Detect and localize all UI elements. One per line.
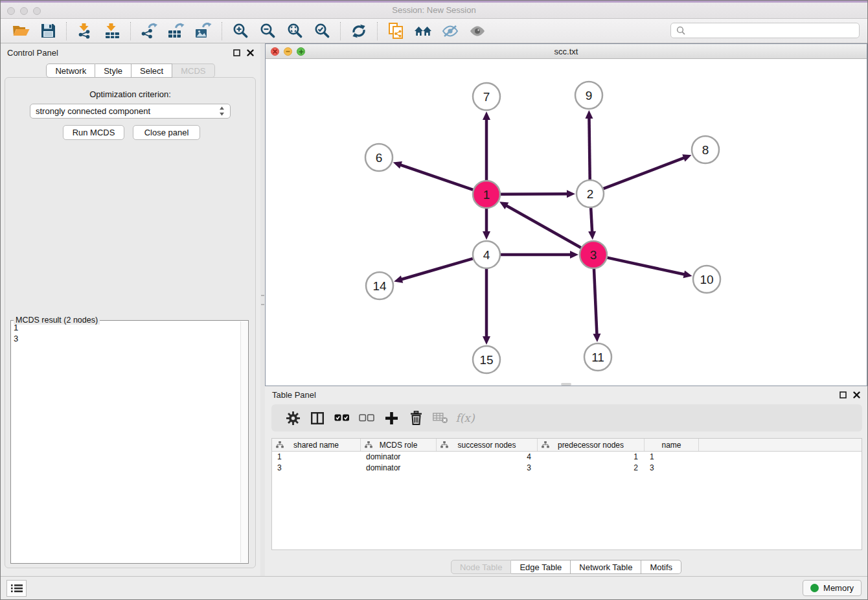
status-bar: Memory	[1, 576, 867, 599]
control-panel: Control Panel NetworkStyleSelectMCDS Opt…	[1, 43, 260, 576]
graph-node-9[interactable]: 9	[575, 82, 602, 109]
graph-node-7[interactable]: 7	[473, 83, 500, 110]
task-history-button[interactable]	[6, 580, 27, 597]
network-resize-grip[interactable]	[561, 383, 571, 386]
toolbar-separator	[377, 22, 378, 40]
graph-node-11[interactable]: 11	[584, 343, 611, 371]
export-network-icon[interactable]	[135, 20, 163, 42]
search-input[interactable]	[670, 23, 860, 38]
save-session-icon[interactable]	[34, 20, 62, 42]
table-toolbar: f(x)	[271, 404, 862, 432]
table-cell: 1	[538, 452, 645, 463]
close-table-panel-icon[interactable]	[853, 391, 860, 398]
panel-splitter[interactable]	[260, 43, 265, 576]
table-cell: 3	[645, 463, 699, 474]
network-canvas[interactable]: 1234678910111415	[266, 59, 867, 386]
column-header-MCDS-role[interactable]: MCDS role	[361, 439, 437, 451]
tab-network-table[interactable]: Network Table	[571, 560, 641, 574]
table-settings-icon[interactable]	[280, 406, 305, 430]
graph-edge-1-2[interactable]	[501, 190, 575, 198]
close-panel-icon[interactable]	[247, 49, 254, 56]
memory-button[interactable]: Memory	[803, 580, 862, 596]
create-column-icon[interactable]	[379, 406, 404, 430]
tab-style[interactable]: Style	[95, 63, 131, 78]
graphics-details-icon	[464, 20, 491, 42]
float-panel-icon[interactable]	[233, 49, 240, 56]
zoom-fit-icon[interactable]	[281, 20, 308, 42]
svg-text:6: 6	[376, 151, 383, 165]
svg-text:2: 2	[587, 187, 594, 201]
table-row[interactable]: 3dominator323	[272, 463, 862, 474]
zoom-out-icon[interactable]	[254, 20, 281, 42]
export-image-icon[interactable]	[190, 20, 217, 42]
column-header-name[interactable]: name	[645, 439, 699, 451]
node-table: shared nameMCDS rolesuccessor nodesprede…	[271, 438, 862, 550]
criterion-select[interactable]: strongly connected component	[30, 104, 231, 119]
result-scrollbar[interactable]	[240, 321, 247, 562]
graph-node-2[interactable]: 2	[577, 180, 604, 207]
toolbar-separator	[222, 22, 222, 40]
mcds-result-list[interactable]: 13	[14, 322, 239, 562]
table-panel: Table Panel f(x) shared nameMCDS rolesuc…	[265, 386, 867, 576]
run-mcds-button[interactable]: Run MCDS	[63, 125, 124, 140]
graph-edge-2-9[interactable]	[585, 110, 593, 179]
show-column-panel-icon[interactable]	[305, 406, 330, 430]
optimization-criterion-label: Optimization criterion:	[5, 89, 255, 99]
network-overview-icon[interactable]	[409, 20, 437, 42]
tab-select[interactable]: Select	[131, 63, 172, 78]
graph-node-3[interactable]: 3	[580, 241, 607, 268]
graph-node-14[interactable]: 14	[366, 272, 393, 299]
graph-node-8[interactable]: 8	[692, 136, 719, 163]
graph-node-10[interactable]: 10	[693, 266, 720, 293]
import-network-icon[interactable]	[71, 20, 98, 42]
graph-edge-3-10[interactable]	[607, 258, 692, 279]
hide-graphics-details-icon[interactable]	[437, 20, 464, 42]
graph-node-15[interactable]: 15	[473, 346, 500, 373]
tab-node-table[interactable]: Node Table	[451, 560, 512, 574]
table-row[interactable]: 1dominator411	[272, 452, 862, 463]
close-panel-button[interactable]: Close panel	[133, 125, 200, 140]
column-header-predecessor-nodes[interactable]: predecessor nodes	[538, 439, 645, 451]
apply-preferred-layout-icon[interactable]	[345, 20, 372, 42]
tab-mcds[interactable]: MCDS	[172, 63, 214, 78]
tab-edge-table[interactable]: Edge Table	[511, 560, 571, 574]
select-all-columns-icon[interactable]	[330, 406, 354, 430]
export-table-icon[interactable]	[163, 20, 190, 42]
svg-text:14: 14	[372, 279, 387, 293]
control-panel-title: Control Panel	[7, 48, 58, 58]
unselect-all-columns-icon[interactable]	[354, 406, 379, 430]
zoom-selected-icon[interactable]	[308, 20, 336, 42]
graph-edge-2-8[interactable]	[604, 154, 692, 189]
tab-motifs[interactable]: Motifs	[641, 560, 681, 574]
delete-columns-icon[interactable]	[404, 406, 428, 430]
graph-edge-4-15[interactable]	[483, 269, 490, 345]
column-header-shared-name[interactable]: shared name	[272, 439, 361, 451]
mcds-result-line: 1	[14, 322, 239, 333]
open-session-icon[interactable]	[7, 20, 34, 42]
graph-node-6[interactable]: 6	[365, 144, 393, 171]
toolbar-separator	[340, 22, 341, 40]
import-table-icon[interactable]	[98, 20, 126, 42]
title-bar: Session: New Session	[1, 1, 867, 19]
graph-node-1[interactable]: 1	[473, 181, 500, 208]
column-header-successor-nodes[interactable]: successor nodes	[437, 439, 538, 451]
graph-edge-1-4[interactable]	[483, 209, 490, 240]
duplicate-network-icon[interactable]	[382, 20, 409, 42]
graph-edge-3-11[interactable]	[593, 269, 600, 342]
memory-status-icon	[810, 584, 819, 592]
graph-edge-2-3[interactable]	[588, 208, 596, 240]
svg-text:11: 11	[591, 351, 604, 364]
float-table-panel-icon[interactable]	[839, 391, 847, 398]
graph-edge-3-1[interactable]	[499, 202, 581, 248]
svg-text:1: 1	[483, 188, 490, 202]
graph-node-4[interactable]: 4	[473, 241, 500, 268]
graph-edge-1-7[interactable]	[483, 111, 490, 180]
graph-edge-4-3[interactable]	[501, 251, 578, 259]
zoom-in-icon[interactable]	[227, 20, 254, 42]
graph-edge-1-6[interactable]	[393, 161, 473, 190]
svg-text:3: 3	[590, 248, 597, 262]
task-list-icon	[11, 584, 23, 593]
graph-edge-4-14[interactable]	[394, 259, 473, 283]
tab-network[interactable]: Network	[46, 63, 95, 78]
network-frame-titlebar[interactable]: scc.txt	[266, 44, 867, 59]
